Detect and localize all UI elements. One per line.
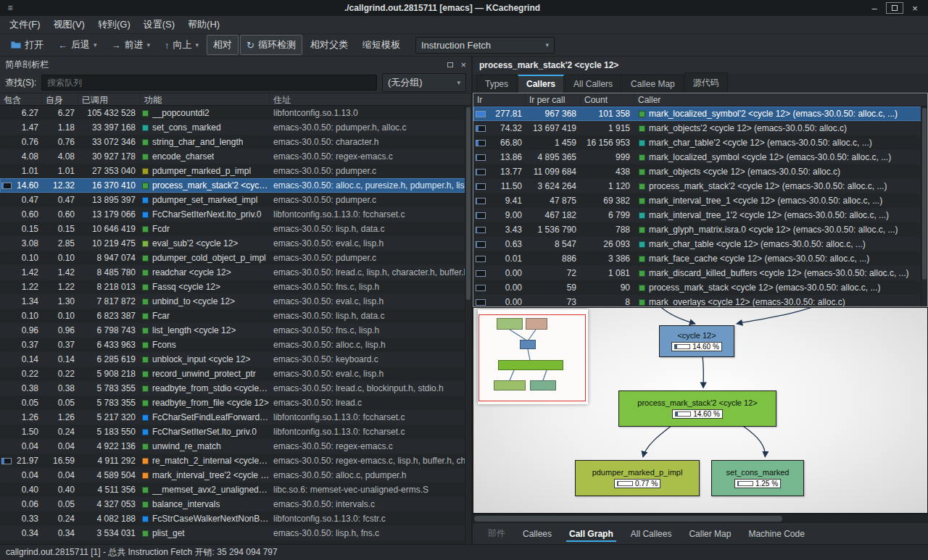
forward-button[interactable]: →前进▾ bbox=[105, 35, 157, 55]
flat-column-header-3[interactable]: 功能 bbox=[141, 93, 270, 105]
view-tab-caller-map[interactable]: Caller Map bbox=[681, 524, 739, 544]
table-row[interactable]: 0.100.108 947 074pdumper_cold_object_p_i… bbox=[0, 251, 471, 265]
callers-scrollbar[interactable] bbox=[921, 106, 927, 306]
table-row[interactable]: 1.011.0127 353 040pdumper_marked_p_imple… bbox=[0, 164, 471, 178]
pdumper-marked-p-impl-node[interactable]: pdumper_marked_p_impl0.77 % bbox=[575, 460, 700, 496]
table-row[interactable]: 1.471.1833 397 168set_cons_markedemacs-3… bbox=[0, 120, 471, 135]
event-type-combobox[interactable]: Instruction Fetch ▾ bbox=[415, 37, 555, 54]
table-row[interactable]: 0.370.376 433 963Fconsemacs-30.0.50: all… bbox=[0, 338, 471, 352]
graph-overview[interactable] bbox=[478, 309, 588, 404]
maximize-button[interactable] bbox=[886, 2, 903, 14]
callers-column-header-0[interactable]: Ir bbox=[473, 94, 526, 106]
graph-horizontal-scrollbar[interactable] bbox=[473, 514, 928, 522]
grouping-combobox[interactable]: (无分组) ▾ bbox=[382, 73, 466, 92]
caller-row[interactable]: 9.4147 87569 382mark_interval_tree_1 <cy… bbox=[473, 193, 927, 208]
cycle-12-node[interactable]: <cycle 12>14.60 % bbox=[659, 325, 734, 357]
flat-profile-scrollbar[interactable] bbox=[465, 106, 471, 544]
back-button[interactable]: ←后退▾ bbox=[51, 35, 104, 55]
caller-row[interactable]: 9.00467 1826 799mark_interval_tree_1'2 <… bbox=[473, 208, 927, 222]
table-row[interactable]: 1.261.265 217 320FcCharSetFindLeafForwar… bbox=[0, 410, 471, 425]
relative-button[interactable]: 相对 bbox=[207, 35, 239, 55]
table-row[interactable]: 3.082.8510 219 475eval_sub'2 <cycle 12>e… bbox=[0, 236, 471, 251]
table-row[interactable]: 0.050.055 783 355readbyte_from_file <cyc… bbox=[0, 396, 471, 410]
call-graph[interactable]: <cycle 12>14.60 %process_mark_stack'2 <c… bbox=[473, 307, 928, 514]
view-tab-callees[interactable]: Callees bbox=[515, 524, 560, 544]
tab-source[interactable]: 源代码 bbox=[684, 72, 728, 93]
table-row[interactable]: 6.276.27105 432 528__popcountdi2libfontc… bbox=[0, 106, 471, 120]
process-mark-stack-2-node[interactable]: process_mark_stack'2 <cycle 12>14.60 % bbox=[618, 390, 776, 427]
callers-column-header-2[interactable]: Count bbox=[581, 94, 634, 106]
tab-all-callers[interactable]: All Callers bbox=[565, 75, 621, 93]
table-row[interactable]: 0.470.4713 895 397pdumper_set_marked_imp… bbox=[0, 193, 471, 207]
menu-item-0[interactable]: 文件(F) bbox=[3, 17, 47, 33]
table-row[interactable]: 0.340.343 534 031plist_getemacs-30.0.50:… bbox=[0, 526, 471, 540]
view-tab-machine-code[interactable]: Machine Code bbox=[740, 524, 812, 544]
table-row[interactable]: 1.221.228 218 013Fassq <cycle 12>emacs-3… bbox=[0, 280, 471, 294]
dock-close-button[interactable]: × bbox=[460, 60, 466, 70]
close-button[interactable]: × bbox=[906, 2, 924, 14]
caller-row[interactable]: 0.00721 081mark_discard_killed_buffers <… bbox=[473, 266, 927, 280]
scrollbar-handle[interactable] bbox=[474, 516, 782, 522]
scrollbar-handle[interactable] bbox=[922, 108, 927, 280]
table-row[interactable]: 0.380.385 783 355readbyte_from_stdio <cy… bbox=[0, 381, 471, 396]
table-row[interactable]: 1.421.428 485 780readchar <cycle 12>emac… bbox=[0, 265, 471, 280]
scrollbar-handle[interactable] bbox=[466, 107, 471, 300]
view-tab-call-graph[interactable]: Call Graph bbox=[561, 524, 621, 544]
caller-row[interactable]: 66.801 45916 156 953mark_char_table'2 <c… bbox=[473, 135, 927, 150]
view-tab-all-callees[interactable]: All Callees bbox=[623, 524, 680, 544]
table-row[interactable]: 0.600.6013 179 066FcCharSetIterNext.lto_… bbox=[0, 207, 471, 222]
table-row[interactable]: 1.500.245 183 550FcCharSetIterSet.lto_pr… bbox=[0, 425, 471, 439]
dock-float-button[interactable] bbox=[447, 59, 453, 70]
menu-item-4[interactable]: 帮助(H) bbox=[181, 17, 226, 33]
location-cell: libc.so.6: memset-vec-unaligned-erms.S bbox=[270, 485, 471, 495]
caller-row[interactable]: 0.638 54726 093mark_char_table <cycle 12… bbox=[473, 237, 927, 251]
table-row[interactable]: 0.140.146 285 619unblock_input <cycle 12… bbox=[0, 352, 471, 367]
table-row[interactable]: 1.341.307 817 872unbind_to <cycle 12>ema… bbox=[0, 294, 471, 309]
minimize-button[interactable]: – bbox=[866, 2, 883, 14]
flat-column-header-0[interactable]: 包含 bbox=[0, 93, 42, 105]
tab-types[interactable]: Types bbox=[476, 75, 517, 93]
menu-item-2[interactable]: 转到(G) bbox=[91, 17, 137, 33]
table-row[interactable]: 0.040.044 922 136unwind_re_matchemacs-30… bbox=[0, 439, 471, 454]
called-cell: 5 783 355 bbox=[78, 383, 141, 393]
shorten-templates-button[interactable]: 缩短模板 bbox=[356, 35, 407, 55]
callers-column-header-1[interactable]: Ir per call bbox=[526, 94, 581, 106]
table-row[interactable]: 14.6012.3216 370 410process_mark_stack'2… bbox=[0, 178, 471, 193]
table-row[interactable]: 0.220.225 908 218record_unwind_protect_p… bbox=[0, 367, 471, 381]
table-row[interactable]: 21.9716.594 911 292re_match_2_internal <… bbox=[0, 454, 471, 468]
tab-callers[interactable]: Callers bbox=[518, 75, 564, 93]
cycle-detection-button[interactable]: ↻循环检测 bbox=[240, 35, 302, 55]
flat-column-header-1[interactable]: 自身 bbox=[42, 93, 78, 105]
table-row[interactable]: 0.400.404 511 356__memset_avx2_unaligned… bbox=[0, 482, 471, 497]
callers-column-header-3[interactable]: Caller bbox=[634, 94, 927, 106]
search-input[interactable] bbox=[41, 75, 377, 91]
flat-column-header-4[interactable]: 住址 bbox=[270, 93, 471, 105]
caller-row[interactable]: 277.81967 368101 358mark_localized_symbo… bbox=[473, 106, 927, 121]
caller-row[interactable]: 13.864 895 365999mark_localized_symbol <… bbox=[473, 150, 927, 164]
caller-row[interactable]: 3.431 536 790788mark_glyph_matrix.isra.0… bbox=[473, 222, 927, 237]
table-row[interactable]: 0.150.1510 646 419Fcdremacs-30.0.50: lis… bbox=[0, 222, 471, 236]
table-row[interactable]: 0.960.966 798 743list_length <cycle 12>e… bbox=[0, 323, 471, 338]
open-button[interactable]: 打开 bbox=[4, 35, 50, 55]
caller-row[interactable]: 0.018863 386mark_face_cache <cycle 12> (… bbox=[473, 251, 927, 266]
caller-row[interactable]: 13.7711 099 684438mark_objects <cycle 12… bbox=[473, 164, 927, 179]
up-button[interactable]: ↑向上▾ bbox=[158, 35, 205, 55]
table-row[interactable]: 0.060.054 327 053balance_intervalsemacs-… bbox=[0, 497, 471, 511]
view-tab-parts[interactable]: 部件 bbox=[480, 522, 513, 545]
table-row[interactable]: 0.330.244 082 188FcStrCaseWalkerNextNonB… bbox=[0, 511, 471, 526]
caller-row[interactable]: 0.00738mark_overlays <cycle 12> (emacs-3… bbox=[473, 295, 927, 306]
table-row[interactable]: 0.040.044 589 504mark_interval_tree'2 <c… bbox=[0, 468, 471, 482]
set-cons-marked-node[interactable]: set_cons_marked1.25 % bbox=[711, 460, 804, 496]
menu-item-1[interactable]: 视图(V) bbox=[47, 17, 91, 33]
caller-row[interactable]: 74.3213 697 4191 915mark_objects'2 <cycl… bbox=[473, 121, 927, 135]
table-row[interactable]: 4.084.0830 927 178encode_charsetemacs-30… bbox=[0, 149, 471, 164]
menu-item-3[interactable]: 设置(S) bbox=[137, 17, 181, 33]
table-row[interactable]: 0.100.106 823 387Fcaremacs-30.0.50: lisp… bbox=[0, 309, 471, 323]
table-row[interactable]: 0.760.7633 072 346string_char_and_length… bbox=[0, 135, 471, 149]
caller-row[interactable]: 11.503 624 2641 120process_mark_stack'2 … bbox=[473, 179, 927, 193]
relative-to-parent-button[interactable]: 相对父类 bbox=[304, 35, 355, 55]
tab-callee-map[interactable]: Callee Map bbox=[622, 75, 684, 93]
caller-row[interactable]: 0.005990process_mark_stack <cycle 12> (e… bbox=[473, 280, 927, 295]
flat-column-header-2[interactable]: 已调用 bbox=[78, 93, 141, 105]
function-cell: __popcountdi2 bbox=[141, 108, 270, 118]
